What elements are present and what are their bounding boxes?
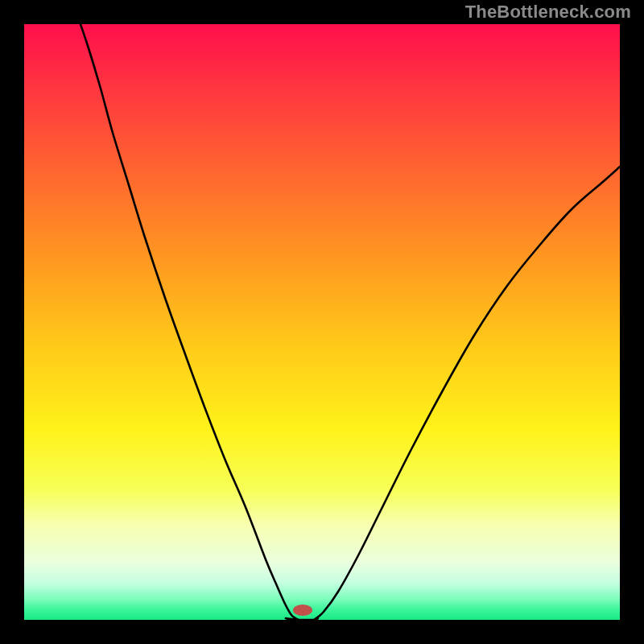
bottleneck-chart (24, 24, 620, 620)
optimal-point-marker (293, 605, 312, 616)
chart-frame: TheBottleneck.com (0, 0, 644, 644)
gradient-background (24, 24, 620, 620)
watermark-text: TheBottleneck.com (465, 2, 631, 23)
chart-svg (24, 24, 620, 620)
